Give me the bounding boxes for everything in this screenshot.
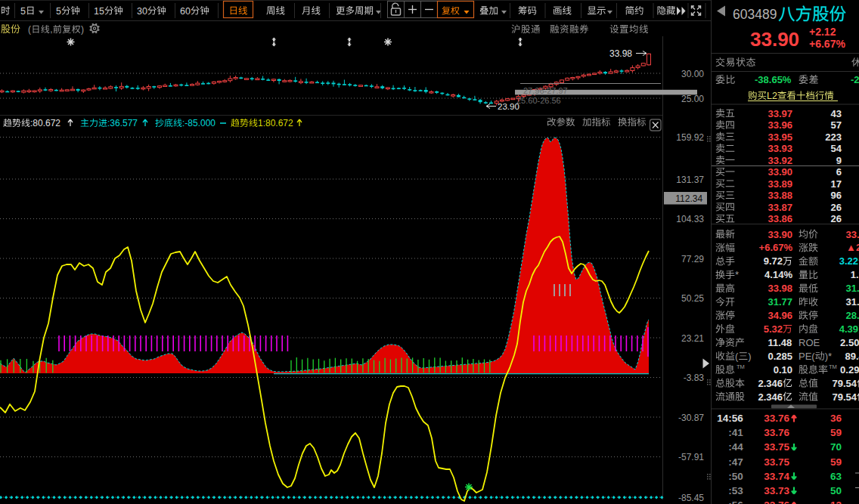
- svg-text::56: :56: [728, 499, 743, 504]
- svg-text:ROE: ROE: [799, 337, 820, 348]
- svg-text:50.25: 50.25: [681, 293, 704, 304]
- svg-text:30.00: 30.00: [681, 69, 704, 79]
- svg-text:36: 36: [830, 413, 842, 424]
- svg-text:27.96-27.97: 27.96-27.97: [523, 86, 568, 95]
- svg-text:59: 59: [830, 427, 842, 438]
- svg-text:-38.65%: -38.65%: [755, 74, 792, 85]
- svg-text:33.76: 33.76: [764, 499, 789, 504]
- svg-text:33.90: 33.90: [768, 229, 793, 240]
- svg-text:0.285: 0.285: [768, 351, 793, 362]
- svg-text:-85.45: -85.45: [678, 493, 704, 503]
- svg-text:-3.83: -3.83: [684, 373, 705, 383]
- svg-text:57: 57: [831, 119, 842, 131]
- svg-text:L2: L2: [767, 91, 777, 101]
- svg-text:PE(: PE(: [799, 351, 815, 362]
- svg-text:2.50%: 2.50%: [840, 337, 859, 348]
- svg-text:33.75: 33.75: [764, 456, 789, 468]
- svg-text:25.60-26.56: 25.60-26.56: [516, 96, 561, 105]
- svg-text:33.76: 33.76: [764, 413, 789, 424]
- svg-text:28.60: 28.60: [846, 310, 859, 321]
- svg-text::53: :53: [728, 485, 743, 496]
- svg-text:33.98: 33.98: [609, 48, 632, 59]
- svg-text:9: 9: [836, 155, 842, 166]
- svg-text:26: 26: [831, 202, 842, 213]
- svg-text:33.73: 33.73: [764, 485, 789, 496]
- svg-text:,: ,: [50, 24, 52, 35]
- svg-text:33.86: 33.86: [768, 213, 793, 224]
- svg-text:)*: )*: [825, 351, 832, 362]
- svg-text:-57.91: -57.91: [678, 452, 704, 462]
- svg-text:33.97: 33.97: [768, 108, 793, 119]
- svg-text:2.346: 2.346: [758, 391, 783, 403]
- svg-text:*: *: [735, 269, 739, 280]
- svg-text:5.32: 5.32: [764, 323, 783, 335]
- svg-text:33.76: 33.76: [764, 427, 789, 438]
- svg-text:33.90: 33.90: [768, 166, 793, 178]
- svg-text:96: 96: [831, 190, 842, 201]
- svg-text:33.74: 33.74: [764, 471, 789, 482]
- svg-text:33.95: 33.95: [768, 131, 793, 143]
- svg-text:89.46: 89.46: [845, 351, 859, 362]
- svg-text:(: (: [735, 351, 739, 362]
- svg-text:31.78: 31.78: [846, 296, 859, 308]
- svg-text:33.75: 33.75: [764, 441, 789, 453]
- svg-text::80.672: :80.672: [30, 118, 60, 128]
- svg-text:59: 59: [830, 456, 842, 468]
- svg-text:33.98: 33.98: [768, 283, 793, 294]
- svg-text:70: 70: [830, 441, 842, 453]
- svg-text::41: :41: [728, 427, 743, 438]
- svg-text:33.90: 33.90: [846, 229, 859, 240]
- svg-text:17: 17: [831, 178, 842, 190]
- svg-text:159.92: 159.92: [676, 132, 704, 143]
- svg-text:TM: TM: [829, 363, 837, 370]
- svg-text:23.21: 23.21: [681, 333, 704, 344]
- svg-text:+6.67%: +6.67%: [809, 38, 845, 50]
- svg-text:79.54: 79.54: [833, 391, 857, 403]
- svg-text:2.346: 2.346: [758, 378, 783, 389]
- svg-text:33.92: 33.92: [768, 155, 793, 166]
- svg-text:54: 54: [831, 143, 842, 154]
- svg-text::44: :44: [728, 441, 743, 453]
- svg-text:33.93: 33.93: [768, 143, 793, 154]
- svg-text:33.87: 33.87: [768, 202, 793, 213]
- svg-text:31.77: 31.77: [846, 283, 859, 294]
- svg-text:33.96: 33.96: [768, 119, 793, 131]
- svg-text:112.34: 112.34: [675, 193, 702, 204]
- svg-text:4.39: 4.39: [839, 323, 858, 335]
- svg-text:3.22: 3.22: [839, 255, 858, 267]
- svg-text:0.10: 0.10: [774, 364, 792, 376]
- svg-text:11.48: 11.48: [768, 337, 792, 348]
- svg-text:1.11: 1.11: [851, 269, 859, 280]
- svg-text:13: 13: [830, 499, 842, 504]
- svg-text:23.90: 23.90: [498, 102, 519, 111]
- svg-text:4.14%: 4.14%: [764, 269, 792, 280]
- svg-text:33.89: 33.89: [768, 178, 793, 190]
- svg-text:): ): [81, 24, 84, 35]
- svg-text:50: 50: [830, 485, 842, 496]
- svg-text:34.96: 34.96: [768, 310, 793, 321]
- svg-text::36.577: :36.577: [107, 118, 138, 128]
- svg-text:15: 15: [94, 6, 104, 17]
- svg-text:(: (: [28, 24, 31, 35]
- svg-text:43: 43: [831, 108, 842, 119]
- svg-text:14:56: 14:56: [717, 413, 743, 424]
- svg-text:603489: 603489: [733, 7, 777, 22]
- svg-text:5: 5: [56, 6, 61, 17]
- svg-text:): ): [748, 351, 751, 362]
- svg-text:1:80.672: 1:80.672: [258, 118, 293, 128]
- svg-text:-30.87: -30.87: [678, 413, 704, 423]
- svg-text:79.54: 79.54: [833, 378, 857, 389]
- svg-text:0.29%: 0.29%: [840, 364, 859, 376]
- svg-text:31.77: 31.77: [768, 296, 793, 308]
- svg-text:33.90: 33.90: [750, 28, 799, 51]
- svg-text::50: :50: [728, 471, 743, 482]
- svg-text::47: :47: [728, 456, 743, 468]
- svg-text::-85.000: :-85.000: [182, 118, 216, 128]
- svg-text:+6.67%: +6.67%: [759, 242, 793, 253]
- svg-text:63: 63: [830, 471, 842, 482]
- svg-text:131.37: 131.37: [676, 175, 704, 185]
- svg-text:▲2.12: ▲2.12: [846, 242, 859, 253]
- svg-text:30: 30: [137, 6, 147, 17]
- svg-text:33.88: 33.88: [768, 190, 793, 201]
- svg-text:25.00: 25.00: [681, 94, 704, 104]
